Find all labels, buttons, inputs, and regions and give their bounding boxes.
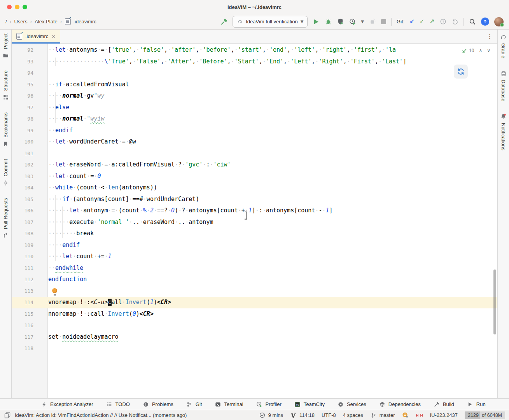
reload-file-button[interactable] <box>454 65 468 79</box>
chevron-right-icon: › <box>30 19 32 24</box>
toolwindow-button-services[interactable]: Services <box>337 401 366 408</box>
run-button[interactable] <box>313 18 320 25</box>
services-icon <box>337 401 344 408</box>
line-number[interactable]: 108 <box>12 228 47 240</box>
toolwindow-button-teamcity[interactable]: TCTeamCity <box>294 401 325 408</box>
run-options-chevron-icon[interactable]: ▼ <box>361 19 364 24</box>
line-number[interactable]: 103 <box>12 171 47 182</box>
breadcrumb-users[interactable]: Users <box>14 19 27 24</box>
toolwindow-button-dependencies[interactable]: Dependencies <box>379 401 421 408</box>
layout-icon[interactable] <box>4 412 11 419</box>
run-with-coverage-button[interactable] <box>337 18 344 25</box>
close-icon[interactable]: × <box>51 33 56 39</box>
status-item-ideavim-toggle[interactable] <box>416 412 423 419</box>
status-item-caret-position[interactable]: 114:18 <box>290 412 315 419</box>
line-number[interactable]: 102 <box>12 159 47 171</box>
toolwindow-button-run[interactable]: Run <box>467 401 486 408</box>
line-number[interactable]: 99 <box>12 125 47 136</box>
avatar[interactable] <box>494 17 504 26</box>
code-editor[interactable]: 92··let·antonyms·=·['true',·'false',·'af… <box>12 44 497 398</box>
status-item-session-time[interactable]: 9 mins <box>259 412 283 419</box>
editor-scrollbar[interactable] <box>493 270 496 334</box>
git-push-icon[interactable]: ↗ <box>429 19 434 24</box>
inspections-widget[interactable]: 10 ∧ ∨ <box>460 47 492 54</box>
tool-stripe-button-project[interactable]: Project <box>2 33 9 59</box>
breadcrumb-file[interactable]: .ideavimrc <box>73 19 96 24</box>
memory-indicator[interactable]: 2129 of 6048M <box>465 411 505 419</box>
line-number[interactable]: 95 <box>12 79 47 91</box>
line-number[interactable]: 116 <box>12 320 47 331</box>
debug-button[interactable] <box>325 18 332 25</box>
line-number[interactable]: 94 <box>12 67 47 79</box>
build-hammer-icon[interactable] <box>220 18 227 25</box>
tool-stripe-button-notifications[interactable]: Notifications <box>500 113 507 150</box>
breadcrumb-user-home[interactable]: Alex.Plate <box>35 19 58 24</box>
toolwindow-button-todo[interactable]: TODO <box>106 401 130 408</box>
code-text: endfunction <box>47 274 497 285</box>
line-number[interactable]: 98 <box>12 113 47 125</box>
status-item-label: 4 spaces <box>343 412 363 418</box>
editor-line-102: 102··let·eraseWord·=·a:calledFromVisual·… <box>12 159 497 171</box>
git-section-label: Git: <box>397 19 404 24</box>
line-number[interactable]: 114 <box>12 297 47 308</box>
tool-stripe-button-database[interactable]: Database <box>500 70 507 102</box>
tool-stripe-button-structure[interactable]: Structure <box>2 70 9 101</box>
run-configuration-select[interactable]: IdeaVim full verification ▼ <box>233 16 308 28</box>
tab-ideavimrc[interactable]: .ideavimrc × <box>12 30 60 43</box>
editor-line-104: 104··while·(count·<·len(antonyms)) <box>12 182 497 194</box>
line-number[interactable]: 109 <box>12 240 47 251</box>
search-everywhere-icon[interactable] <box>469 18 476 25</box>
editor-line-105: 105····if·(antonyms[count]·==#·wordUnder… <box>12 194 497 205</box>
line-number[interactable]: 96 <box>12 90 47 102</box>
status-item-git-branch[interactable]: master <box>370 412 395 419</box>
line-number[interactable]: 100 <box>12 136 47 148</box>
line-number[interactable]: 113 <box>12 285 47 297</box>
code-text: ······execute·'normal '·..·eraseWord·..·… <box>47 217 497 228</box>
line-number[interactable]: 97 <box>12 102 47 114</box>
status-item-plugin-update[interactable] <box>402 412 409 419</box>
profile-button[interactable] <box>349 18 356 25</box>
toolwindow-button-problems[interactable]: Problems <box>142 401 173 408</box>
mouse-ibeam-cursor <box>244 211 248 220</box>
line-number[interactable]: 105 <box>12 194 47 205</box>
git-update-icon[interactable]: ↙ <box>409 19 415 24</box>
line-number[interactable]: 118 <box>12 343 47 354</box>
toolwindow-button-terminal[interactable]: Terminal <box>214 401 243 408</box>
next-problem-icon[interactable]: ∨ <box>487 48 490 53</box>
line-number[interactable]: 112 <box>12 274 47 285</box>
line-number[interactable]: 107 <box>12 217 47 228</box>
toolwindow-button-build[interactable]: Build <box>433 401 454 408</box>
line-number[interactable]: 117 <box>12 331 47 343</box>
status-item-ide-version[interactable]: IU-223.2437 <box>430 412 458 418</box>
line-number[interactable]: 104 <box>12 182 47 194</box>
more-options-icon[interactable]: ⋮ <box>487 30 497 43</box>
prev-problem-icon[interactable]: ∧ <box>479 48 482 53</box>
line-number[interactable]: 110 <box>12 251 47 262</box>
line-number[interactable]: 101 <box>12 148 47 159</box>
status-message[interactable]: IdeaVim: Action id: VimFindActionIdActio… <box>15 412 187 418</box>
file-icon <box>16 33 22 40</box>
status-item-file-encoding[interactable]: UTF-8 <box>322 412 336 418</box>
editor-line-101: 101 <box>12 148 497 159</box>
line-number[interactable]: 111 <box>12 262 47 274</box>
line-number[interactable]: 115 <box>12 308 47 320</box>
tool-stripe-button-gradle[interactable]: Gradle <box>500 33 507 58</box>
line-number[interactable]: 93 <box>12 56 47 68</box>
tool-stripe-button-bookmarks[interactable]: Bookmarks <box>2 112 9 147</box>
ide-update-icon[interactable] <box>481 18 489 26</box>
plugin-update-icon <box>402 412 409 419</box>
line-number[interactable]: 92 <box>12 44 47 56</box>
tool-stripe-button-commit[interactable]: Commit <box>2 159 9 186</box>
indent-guide <box>62 206 63 238</box>
status-item-indent-style[interactable]: 4 spaces <box>343 412 363 418</box>
toolwindow-button-git[interactable]: Git <box>186 401 202 408</box>
breadcrumb-root[interactable]: / <box>5 19 7 24</box>
intention-bulb-icon[interactable] <box>52 288 57 293</box>
git-commit-check-icon[interactable]: ✓ <box>420 19 425 24</box>
memory-total: of 6048M <box>480 411 505 419</box>
tool-stripe-button-pull-requests[interactable]: Pull Requests <box>2 198 9 239</box>
session-time-icon <box>259 412 266 419</box>
toolwindow-button-exception-analyzer[interactable]: Exception Analyzer <box>40 401 93 408</box>
toolwindow-button-profiler[interactable]: Profiler <box>256 401 282 408</box>
line-number[interactable]: 106 <box>12 205 47 217</box>
